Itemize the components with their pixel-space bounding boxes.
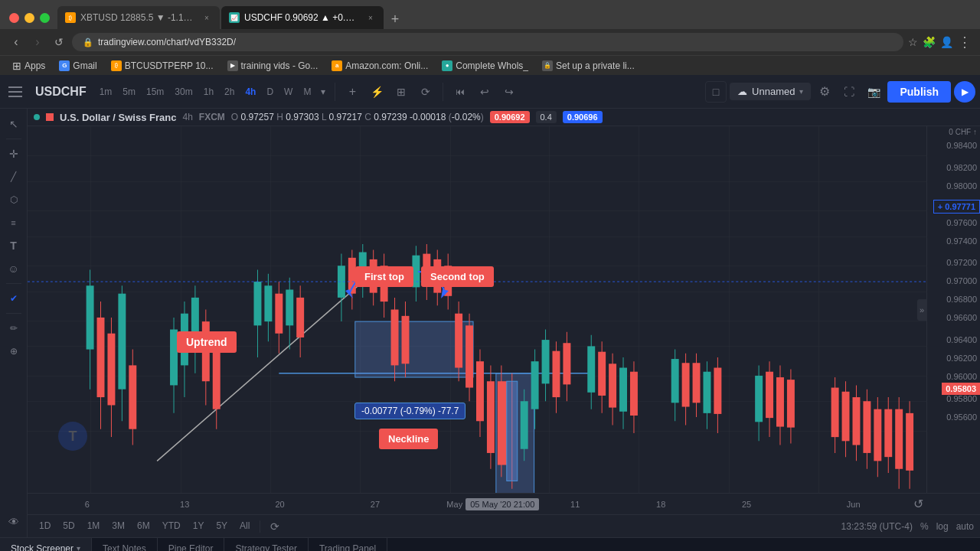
auto-btn[interactable]: auto xyxy=(956,521,974,532)
tab-text-notes[interactable]: Text Notes xyxy=(92,538,158,551)
range-5y[interactable]: 5Y xyxy=(211,519,233,534)
tab-pine-editor[interactable]: Pine Editor xyxy=(158,538,225,551)
tab-trading-panel[interactable]: Trading Panel xyxy=(309,538,387,551)
range-ytd[interactable]: YTD xyxy=(157,519,186,534)
range-3m[interactable]: 3M xyxy=(106,519,130,534)
bm-gmail[interactable]: G Gmail xyxy=(53,59,103,73)
tab-stock-screener[interactable]: Stock Screener ▾ xyxy=(0,538,92,551)
range-5d[interactable]: 5D xyxy=(57,519,80,534)
redo-button[interactable]: ↪ xyxy=(498,81,520,103)
reload-button[interactable]: ↺ xyxy=(51,36,67,48)
alerts-button[interactable]: ☁ Unnamed ▾ xyxy=(730,83,811,100)
bm-complete[interactable]: ● Complete Whols_ xyxy=(436,59,534,73)
minimize-traffic-light[interactable] xyxy=(24,13,34,23)
time-label-jun: Jun xyxy=(847,500,861,509)
extensions-icon[interactable]: 🧩 xyxy=(923,36,936,48)
indicator-templates-button[interactable]: ⚡ xyxy=(366,81,387,103)
crosshair-tool[interactable]: ✛ xyxy=(3,143,24,165)
trend-line-tool[interactable]: ╱ xyxy=(3,166,24,187)
tab-close-usdchf[interactable]: × xyxy=(365,12,376,23)
timeframe-30m[interactable]: 30m xyxy=(171,83,196,100)
time-reset-button[interactable]: ↺ xyxy=(913,497,923,511)
back-button[interactable]: ‹ xyxy=(8,35,24,49)
apps-bookmark[interactable]: ⊞ Apps xyxy=(6,58,51,73)
timeframe-15m[interactable]: 15m xyxy=(142,83,168,100)
menu-dots[interactable]: ⋮ xyxy=(958,34,972,51)
tab-favicon-usdchf: 📈 xyxy=(229,12,240,23)
address-bar[interactable]: 🔒 tradingview.com/chart/vdYB332D/ xyxy=(72,33,903,51)
range-6m[interactable]: 6M xyxy=(132,519,155,534)
add-indicator-button[interactable]: + xyxy=(341,81,363,103)
replay-button[interactable]: ⟳ xyxy=(265,519,285,534)
range-tabs: 1D 5D 1M 3M 6M YTD 1Y 5Y All ⟳ xyxy=(34,519,285,534)
svg-rect-45 xyxy=(391,310,399,366)
tab-xbt[interactable]: ₿ XBTUSD 12885.5 ▼ -1.17%… × xyxy=(57,6,220,29)
close-traffic-light[interactable] xyxy=(9,13,19,23)
eye-tool[interactable]: 👁 xyxy=(3,511,24,533)
publish-button[interactable]: Publish xyxy=(887,81,951,103)
play-replay-button[interactable]: ▶ xyxy=(954,81,975,103)
range-1d[interactable]: 1D xyxy=(34,519,56,534)
hamburger-menu[interactable] xyxy=(5,81,26,103)
timeframe-5m[interactable]: 5m xyxy=(119,83,139,100)
bar-replay-button[interactable]: ⟳ xyxy=(415,81,436,103)
address-text: tradingview.com/chart/vdYB332D/ xyxy=(98,37,236,47)
svg-rect-113 xyxy=(863,401,871,453)
new-tab-button[interactable]: + xyxy=(385,9,405,29)
low-val: 0.97217 xyxy=(329,112,362,122)
tradingview-app: USDCHF 1m 5m 15m 30m 1h 2h 4h D W M ▾ + … xyxy=(0,75,980,551)
collapse-right-panel[interactable]: » xyxy=(917,299,926,321)
tab-close-xbt[interactable]: × xyxy=(201,12,212,23)
tab-strategy-tester[interactable]: Strategy Tester xyxy=(224,538,308,551)
text-tool[interactable]: T xyxy=(3,235,24,256)
main-toolbar: USDCHF 1m 5m 15m 30m 1h 2h 4h D W M ▾ + … xyxy=(0,75,980,109)
bm-amazon[interactable]: a Amazon.com: Onli... xyxy=(325,59,434,73)
chart-type-button[interactable]: ⊞ xyxy=(390,81,412,103)
bm-private[interactable]: 🔒 Set up a private li... xyxy=(536,59,641,73)
chart-settings-button[interactable]: ⚙ xyxy=(814,81,835,103)
price-badge-1[interactable]: 0.90692 xyxy=(490,111,530,123)
timeframe-1m[interactable]: 1m xyxy=(96,83,116,100)
range-1y[interactable]: 1Y xyxy=(188,519,210,534)
fast-back-button[interactable]: ⏮ xyxy=(449,81,471,103)
forward-button[interactable]: › xyxy=(29,35,46,49)
timeframe-w[interactable]: W xyxy=(280,83,296,100)
timeframe-d[interactable]: D xyxy=(263,83,277,100)
icons-tool[interactable]: ☺ xyxy=(3,258,24,279)
magnet-tool[interactable]: ⊕ xyxy=(3,341,24,362)
undo-button[interactable]: ↩ xyxy=(474,81,495,103)
layout-button[interactable]: □ xyxy=(705,81,727,103)
fib-tool[interactable]: ≡ xyxy=(3,212,24,233)
chart-canvas[interactable]: Uptrend First top Second top Neckline xyxy=(28,126,926,493)
snapshot-button[interactable]: 📷 xyxy=(863,81,884,103)
timeframe-1h[interactable]: 1h xyxy=(200,83,217,100)
timeframe-m[interactable]: M xyxy=(299,83,315,100)
range-1m[interactable]: 1M xyxy=(82,519,106,534)
maximize-traffic-light[interactable] xyxy=(40,13,50,23)
time-label-18: 18 xyxy=(656,500,665,509)
bm-btc[interactable]: ₿ BTCUSDTPERP 10... xyxy=(105,59,220,73)
log-btn[interactable]: log xyxy=(936,521,949,532)
tab-usdchf[interactable]: 📈 USDCHF 0.90692 ▲ +0.36%… × xyxy=(221,6,384,29)
time-axis: 6 13 20 27 May 05 May '20 21:00 11 18 25… xyxy=(28,493,980,514)
svg-rect-97 xyxy=(714,368,721,414)
tab-title-xbt: XBTUSD 12885.5 ▼ -1.17%… xyxy=(80,12,195,23)
price-badge-2[interactable]: 0.4 xyxy=(536,111,557,123)
fullscreen-button[interactable]: ⛶ xyxy=(838,81,860,103)
shape-tool[interactable]: ⬡ xyxy=(3,189,24,210)
bm-training[interactable]: ▶ training vids - Go... xyxy=(221,59,325,73)
cursor-tool[interactable]: ↖ xyxy=(3,113,24,135)
timeframe-2h[interactable]: 2h xyxy=(220,83,238,100)
browser-chrome: ₿ XBTUSD 12885.5 ▼ -1.17%… × 📈 USDCHF 0.… xyxy=(0,0,980,75)
zoom-tool[interactable]: ✏ xyxy=(3,318,24,339)
percent-btn[interactable]: % xyxy=(920,521,929,532)
bookmark-star[interactable]: ☆ xyxy=(908,36,918,48)
profile-icon[interactable]: 👤 xyxy=(940,36,953,48)
timeframe-more[interactable]: ▾ xyxy=(318,83,328,100)
symbol-selector[interactable]: USDCHF xyxy=(29,82,93,102)
measure-tool[interactable]: ✔ xyxy=(3,288,24,309)
svg-rect-91 xyxy=(682,363,690,406)
price-badge-3[interactable]: 0.90696 xyxy=(563,111,603,123)
timeframe-4h[interactable]: 4h xyxy=(241,83,260,100)
range-all[interactable]: All xyxy=(234,519,255,534)
